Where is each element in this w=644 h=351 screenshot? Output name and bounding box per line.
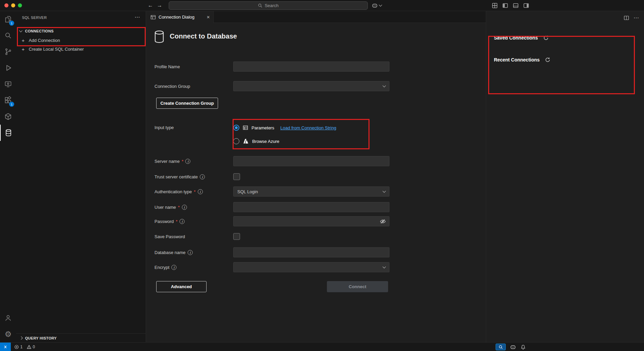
sidebar-item-add-connection[interactable]: + Add Connection (16, 36, 146, 45)
chevron-down-icon (383, 84, 386, 87)
profile-name-input[interactable] (233, 61, 389, 72)
remote-indicator[interactable] (0, 343, 11, 351)
activity-settings[interactable]: ⚙ (0, 326, 16, 342)
forward-icon[interactable]: → (157, 0, 162, 11)
encrypt-dropdown[interactable] (233, 262, 389, 272)
authentication-type-value: SQL Login (237, 189, 258, 194)
bell-icon[interactable] (519, 344, 527, 350)
maximize-window-button[interactable] (18, 3, 22, 7)
chevron-down-icon (19, 29, 23, 32)
title-bar: ← → Search (0, 0, 644, 11)
database-name-label: Database name i (154, 247, 193, 257)
activity-extensions[interactable]: 1 (0, 92, 16, 108)
explorer-badge: 1 (9, 21, 14, 26)
info-icon[interactable]: i (200, 174, 205, 179)
copilot-icon (372, 3, 378, 8)
copilot-menu[interactable] (372, 0, 382, 11)
warning-count: 0 (33, 345, 35, 349)
connections-section-header[interactable]: CONNECTIONS (16, 27, 146, 35)
remote-explorer-icon (4, 80, 12, 88)
database-name-input[interactable] (233, 247, 389, 257)
activity-explorer[interactable]: 1 (0, 11, 16, 27)
password-input[interactable] (233, 216, 389, 226)
info-icon[interactable]: i (182, 205, 187, 210)
connection-dialog-panel: Connect to Database Profile Name Connect… (146, 23, 486, 342)
container-box-icon (4, 112, 12, 121)
load-from-connection-string-link[interactable]: Load from Connection String (280, 125, 336, 130)
required-marker: * (182, 159, 183, 164)
parameters-label: Parameters (252, 125, 274, 130)
search-label: Search (265, 3, 279, 8)
connect-button[interactable]: Connect (327, 281, 388, 292)
recent-connections-header: Recent Connections (494, 57, 550, 62)
azure-icon (243, 138, 249, 144)
connection-group-dropdown[interactable] (233, 81, 389, 91)
copilot-status-icon[interactable] (509, 344, 517, 350)
activity-run-debug[interactable] (0, 60, 16, 76)
more-actions-icon[interactable]: ⋯ (634, 15, 639, 21)
refresh-icon[interactable] (543, 35, 549, 41)
customize-layout-icon[interactable] (492, 3, 498, 8)
activity-containers[interactable] (0, 108, 16, 125)
server-name-label: Server name * i (154, 156, 190, 166)
authentication-type-dropdown[interactable]: SQL Login (233, 186, 389, 197)
close-window-button[interactable] (4, 3, 8, 7)
activity-accounts[interactable] (0, 310, 16, 326)
back-icon[interactable]: ← (148, 0, 153, 11)
connection-dialog-tab-icon (150, 15, 156, 20)
toggle-primary-sidebar-icon[interactable] (502, 3, 508, 8)
refresh-icon[interactable] (545, 57, 550, 62)
create-connection-group-button[interactable]: Create Connection Group (156, 98, 218, 109)
toggle-secondary-sidebar-icon[interactable] (523, 3, 529, 8)
server-name-input[interactable] (233, 156, 389, 166)
accounts-icon (4, 314, 12, 322)
encrypt-label: Encrypt i (154, 262, 176, 272)
problems-indicator[interactable]: 1 0 (14, 343, 35, 351)
split-editor-icon[interactable] (624, 15, 629, 21)
radio-unselected-icon[interactable] (233, 138, 239, 144)
activity-search[interactable] (0, 27, 16, 44)
activity-remote-explorer[interactable] (0, 76, 16, 92)
advanced-button[interactable]: Advanced (156, 281, 207, 292)
more-actions-icon[interactable]: ⋯ (135, 14, 140, 20)
chevron-down-icon (379, 3, 382, 7)
input-type-label: Input type (154, 123, 174, 132)
sql-server-icon (4, 129, 13, 137)
user-name-input[interactable] (233, 202, 389, 212)
info-icon[interactable]: i (198, 189, 203, 194)
zoom-indicator[interactable] (496, 344, 506, 350)
authentication-type-label: Authentication type * i (154, 186, 203, 197)
input-type-browse-azure-option[interactable]: Browse Azure (233, 137, 279, 145)
info-icon[interactable]: i (185, 159, 190, 164)
query-history-section-header[interactable]: QUERY HISTORY (16, 333, 146, 342)
input-type-parameters-option[interactable]: Parameters Load from Connection String (233, 124, 336, 132)
radio-selected-icon[interactable] (233, 125, 239, 131)
eye-off-icon[interactable] (380, 219, 386, 224)
plus-icon: + (22, 46, 25, 52)
error-icon (14, 345, 19, 349)
toggle-panel-icon[interactable] (513, 3, 519, 8)
activity-source-control[interactable] (0, 44, 16, 60)
info-icon[interactable]: i (171, 265, 176, 270)
tab-connection-dialog[interactable]: Connection Dialog ✕ (146, 11, 214, 23)
trust-server-certificate-label: Trust server certificate i (154, 173, 205, 180)
trust-server-certificate-checkbox[interactable] (233, 173, 240, 180)
warning-icon (27, 345, 31, 349)
activity-sql-server[interactable] (0, 125, 16, 141)
database-icon (154, 30, 165, 44)
browse-azure-label: Browse Azure (252, 139, 279, 144)
save-password-checkbox[interactable] (233, 233, 240, 240)
info-icon[interactable]: i (188, 250, 193, 255)
info-icon[interactable]: i (180, 219, 185, 224)
tab-label: Connection Dialog (159, 15, 194, 20)
error-count: 1 (20, 345, 23, 349)
close-icon[interactable]: ✕ (207, 15, 210, 20)
secondary-sidebar-actions: ⋯ (624, 15, 639, 21)
status-bar: 1 0 (0, 342, 644, 351)
run-debug-icon (4, 64, 12, 72)
required-marker: * (178, 205, 180, 210)
sidebar-item-create-local-sql-container[interactable]: + Create Local SQL Container (16, 45, 146, 53)
minimize-window-button[interactable] (11, 3, 15, 7)
command-center-search[interactable]: Search (169, 1, 368, 10)
required-marker: * (194, 189, 196, 194)
